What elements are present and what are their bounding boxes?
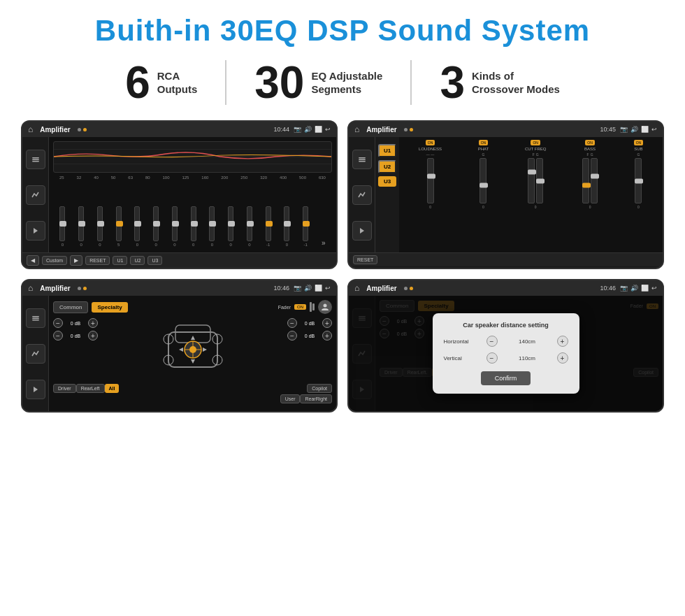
eq-u2-btn[interactable]: U2: [130, 256, 145, 265]
crossover-sidebar-btn3[interactable]: [352, 221, 372, 241]
bass-label: BASS: [584, 147, 596, 151]
eq-slider-2[interactable]: 0: [97, 206, 103, 247]
fader-person-icon[interactable]: [318, 300, 332, 314]
phat-slider[interactable]: [480, 158, 486, 203]
fader-copilot-btn[interactable]: Copilot: [307, 384, 332, 393]
fader-toggle[interactable]: ON: [294, 304, 306, 310]
stat-label-rca: RCAOutputs: [157, 69, 198, 96]
fader-rearright-btn[interactable]: RearRight: [300, 394, 332, 403]
fader-common-tab[interactable]: Common: [53, 301, 88, 313]
dialog-v-minus[interactable]: −: [486, 352, 498, 364]
fader-slider-bars[interactable]: [310, 302, 315, 312]
cutfreq-slider1[interactable]: [528, 158, 535, 203]
crossover-u2-btn[interactable]: U2: [378, 160, 396, 173]
dialog-vertical-row: Vertical − 110cm +: [444, 352, 568, 364]
dialog-time: 10:46: [600, 285, 616, 292]
dialog-home-icon[interactable]: ⌂: [354, 283, 359, 293]
eq-back-icon[interactable]: ↩: [325, 126, 331, 133]
freq-125: 125: [182, 176, 189, 180]
eq-sidebar-btn3[interactable]: [26, 221, 45, 241]
fader-driver-btn[interactable]: Driver: [53, 384, 76, 393]
fader-specialty-tab[interactable]: Specialty: [92, 302, 127, 313]
vol3-value: 0 dB: [299, 321, 320, 326]
eq-slider-5[interactable]: 0: [153, 206, 159, 247]
fader-top-row: Common Specialty Fader ON: [53, 300, 332, 314]
dialog-v-value: 110cm: [502, 355, 553, 361]
stat-label-eq: EQ AdjustableSegments: [311, 69, 382, 96]
eq-next-btn[interactable]: ▶: [70, 255, 82, 266]
vol2-minus[interactable]: −: [53, 331, 63, 341]
phat-toggle[interactable]: ON: [479, 140, 489, 145]
crossover-sidebar-btn2[interactable]: [352, 185, 372, 205]
eq-home-icon[interactable]: ⌂: [28, 124, 33, 134]
crossover-content: U1 U2 U3 ON LOUDNESS — —: [349, 137, 663, 252]
eq-slider-13[interactable]: -1: [303, 206, 308, 247]
vol2-value: 0 dB: [65, 334, 86, 338]
eq-slider-12[interactable]: 0: [284, 206, 289, 247]
fader-back-icon[interactable]: ↩: [325, 285, 331, 292]
cutfreq-toggle[interactable]: ON: [531, 140, 540, 145]
bass-toggle[interactable]: ON: [585, 140, 595, 145]
eq-slider-8[interactable]: 0: [209, 206, 215, 247]
eq-slider-7[interactable]: 0: [191, 206, 196, 247]
eq-u3-btn[interactable]: U3: [147, 256, 162, 265]
bass-slider2[interactable]: [591, 158, 598, 203]
svg-rect-13: [32, 320, 39, 321]
dialog-status-bar: ⌂ Amplifier 10:46 📷 🔊 ⬜ ↩: [349, 280, 663, 296]
crossover-reset-btn[interactable]: RESET: [353, 255, 377, 264]
eq-slider-4[interactable]: 0: [134, 206, 140, 247]
loudness-toggle[interactable]: ON: [426, 140, 435, 145]
eq-u1-btn[interactable]: U1: [113, 256, 127, 265]
dialog-dot2: [410, 287, 413, 290]
crossover-sidebar-btn1[interactable]: [352, 150, 372, 169]
fader-sidebar-btn3[interactable]: [26, 380, 45, 399]
fader-sidebar-btn1[interactable]: [26, 308, 45, 328]
crossover-back-icon[interactable]: ↩: [651, 126, 657, 133]
dialog-confirm-btn[interactable]: Confirm: [481, 371, 531, 385]
bass-slider1[interactable]: [582, 158, 589, 203]
vol4-plus[interactable]: +: [322, 331, 332, 341]
vol3-plus[interactable]: +: [322, 318, 332, 328]
eq-prev-btn[interactable]: ◀: [27, 255, 39, 266]
sub-slider[interactable]: [635, 158, 642, 203]
eq-reset-btn[interactable]: RESET: [85, 256, 110, 265]
dialog-v-plus[interactable]: +: [557, 352, 568, 364]
cutfreq-slider2[interactable]: [536, 158, 543, 203]
eq-custom-btn[interactable]: Custom: [42, 256, 67, 265]
eq-sidebar-btn1[interactable]: [26, 150, 45, 169]
eq-sliders: 0 0 0 5 0 0 0 0 0 0 0 -1 0 -1: [53, 182, 332, 248]
eq-slider-10[interactable]: 0: [247, 206, 252, 247]
dialog-back-icon[interactable]: ↩: [651, 285, 657, 292]
crossover-home-icon[interactable]: ⌂: [354, 124, 359, 134]
sub-toggle[interactable]: ON: [634, 140, 644, 145]
eq-slider-9[interactable]: 0: [228, 206, 233, 247]
fader-user-btn[interactable]: User: [280, 394, 301, 403]
fader-sidebar: [22, 296, 49, 411]
eq-slider-3[interactable]: 5: [116, 206, 122, 247]
fader-all-btn[interactable]: All: [105, 384, 120, 393]
eq-slider-more[interactable]: »: [322, 239, 326, 247]
fader-rearleft-btn[interactable]: RearLeft: [76, 384, 105, 393]
vol1-plus[interactable]: +: [88, 318, 98, 328]
eq-slider-11[interactable]: -1: [266, 206, 271, 247]
stat-eq: 30 EQ AdjustableSegments: [226, 60, 412, 105]
eq-slider-0[interactable]: 0: [59, 206, 65, 247]
vol3-minus[interactable]: −: [287, 318, 297, 328]
eq-slider-1[interactable]: 0: [78, 206, 84, 247]
vol4-minus[interactable]: −: [287, 331, 297, 341]
fader-time: 10:46: [273, 285, 289, 292]
fader-home-icon[interactable]: ⌂: [28, 283, 33, 293]
dialog-h-minus[interactable]: −: [486, 336, 498, 347]
eq-slider-6[interactable]: 0: [172, 206, 178, 247]
vol2-plus[interactable]: +: [88, 331, 98, 341]
loudness-label: LOUDNESS: [419, 147, 442, 151]
crossover-u3-btn[interactable]: U3: [378, 176, 396, 187]
crossover-screen: ⌂ Amplifier 10:45 📷 🔊 ⬜ ↩: [347, 120, 664, 269]
dialog-h-plus[interactable]: +: [557, 336, 568, 347]
vol1-minus[interactable]: −: [53, 318, 63, 328]
loudness-slider[interactable]: [427, 158, 434, 203]
crossover-u1-btn[interactable]: U1: [378, 144, 396, 157]
stat-number-eq: 30: [254, 60, 304, 105]
fader-sidebar-btn2[interactable]: [26, 344, 45, 364]
eq-sidebar-btn2[interactable]: [26, 185, 45, 205]
